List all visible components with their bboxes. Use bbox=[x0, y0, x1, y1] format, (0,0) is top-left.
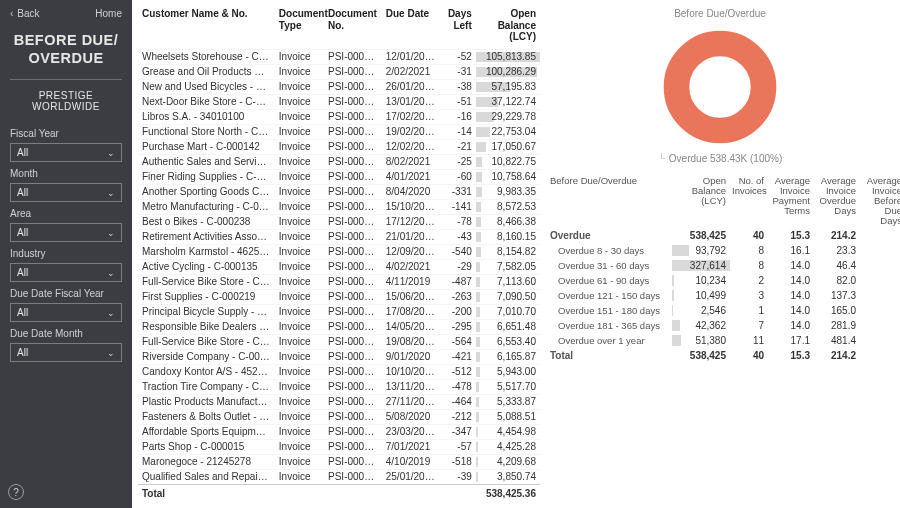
summary-row[interactable]: Overdue 8 - 30 days93,792816.123.3 bbox=[548, 243, 892, 258]
table-row[interactable]: Active Cycling - C-000135InvoicePSI-0002… bbox=[138, 259, 540, 274]
cell-due-date: 4/01/2021 bbox=[382, 169, 440, 184]
sh-overdue-days[interactable]: Average Invoice Overdue Days bbox=[814, 174, 858, 228]
cell-doc-type: Invoice bbox=[275, 124, 324, 139]
cell-customer: Marsholm Karmstol - 46251425 bbox=[138, 244, 275, 259]
table-row[interactable]: Retirement Activities Associati…InvoiceP… bbox=[138, 229, 540, 244]
summary-row[interactable]: Total538,4254015.3214.2 bbox=[548, 348, 892, 363]
sh-balance[interactable]: Open Balance (LCY) bbox=[670, 174, 728, 228]
cell-customer: Riverside Company - C-000141 bbox=[138, 349, 275, 364]
home-button[interactable]: Home bbox=[95, 8, 122, 19]
cell-doc-type: Invoice bbox=[275, 469, 324, 484]
th-open-balance[interactable]: Open Balance (LCY) bbox=[476, 6, 540, 49]
th-doc-no[interactable]: Document No. bbox=[324, 6, 382, 49]
table-row[interactable]: Functional Store North - C-0…InvoicePSI-… bbox=[138, 124, 540, 139]
table-row[interactable]: Qualified Sales and Repair Serv…InvoiceP… bbox=[138, 469, 540, 484]
table-row[interactable]: Affordable Sports Equipment -…InvoicePSI… bbox=[138, 424, 540, 439]
cell-days-left: -14 bbox=[439, 124, 475, 139]
donut-chart[interactable]: └ Overdue 538.43K (100%) bbox=[548, 23, 892, 164]
table-row[interactable]: Marsholm Karmstol - 46251425InvoicePSI-0… bbox=[138, 244, 540, 259]
cell-balance: 10,822.75 bbox=[476, 154, 540, 169]
table-row[interactable]: Plastic Products Manufacturer…InvoicePSI… bbox=[138, 394, 540, 409]
cell-balance: 5,088.51 bbox=[476, 409, 540, 424]
cell-balance: 6,651.48 bbox=[476, 319, 540, 334]
table-row[interactable]: Full-Service Bike Store - C-00…InvoicePS… bbox=[138, 334, 540, 349]
cell-doc-no: PSI-000032 bbox=[324, 364, 382, 379]
filter-select[interactable]: All⌄ bbox=[10, 143, 122, 162]
chart-legend: └ Overdue 538.43K (100%) bbox=[658, 153, 783, 164]
th-due-date[interactable]: Due Date bbox=[382, 6, 440, 49]
table-row[interactable]: Metro Manufacturing - C-000…InvoicePSI-0… bbox=[138, 199, 540, 214]
cell-doc-no: PSI-000261 bbox=[324, 439, 382, 454]
sh-terms[interactable]: Average Invoice Payment Terms bbox=[768, 174, 812, 228]
filter-select[interactable]: All⌄ bbox=[10, 183, 122, 202]
summary-row[interactable]: Overdue 61 - 90 days10,234214.082.0 bbox=[548, 273, 892, 288]
chart-title: Before Due/Overdue bbox=[548, 8, 892, 19]
table-row[interactable]: Finer Riding Supplies - C-000119InvoiceP… bbox=[138, 169, 540, 184]
filter-select[interactable]: All⌄ bbox=[10, 343, 122, 362]
table-row[interactable]: Grease and Oil Products Com…InvoicePSI-0… bbox=[138, 64, 540, 79]
summary-label: Overdue over 1 year bbox=[548, 333, 668, 348]
help-icon[interactable]: ? bbox=[8, 484, 24, 500]
cell-balance: 7,113.60 bbox=[476, 274, 540, 289]
summary-terms: 17.1 bbox=[768, 333, 812, 348]
cell-doc-type: Invoice bbox=[275, 274, 324, 289]
table-row[interactable]: First Supplies - C-000219InvoicePSI-0001… bbox=[138, 289, 540, 304]
summary-row[interactable]: Overdue 31 - 60 days327,614814.046.4 bbox=[548, 258, 892, 273]
table-row[interactable]: Traction Tire Company - C-00…InvoicePSI-… bbox=[138, 379, 540, 394]
summary-invoices: 2 bbox=[730, 273, 766, 288]
sh-invoices[interactable]: No. of Invoices bbox=[730, 174, 766, 228]
filter-select[interactable]: All⌄ bbox=[10, 303, 122, 322]
cell-balance: 5,333.87 bbox=[476, 394, 540, 409]
sh-beforedue-days[interactable]: Average Invoice Before Due Days bbox=[860, 174, 900, 228]
table-row[interactable]: Maronegoce - 21245278InvoicePSI-0000364/… bbox=[138, 454, 540, 469]
cell-days-left: -38 bbox=[439, 79, 475, 94]
th-doc-type[interactable]: Document Type bbox=[275, 6, 324, 49]
summary-row[interactable]: Overdue538,4254015.3214.2 bbox=[548, 228, 892, 243]
cell-balance: 10,758.64 bbox=[476, 169, 540, 184]
table-row[interactable]: Responsible Bike Dealers - C-…InvoicePSI… bbox=[138, 319, 540, 334]
chevron-down-icon: ⌄ bbox=[107, 268, 115, 278]
summary-row[interactable]: Overdue 151 - 180 days2,546114.0165.0 bbox=[548, 303, 892, 318]
table-row[interactable]: Another Sporting Goods Com…InvoicePSI-00… bbox=[138, 184, 540, 199]
filter-select[interactable]: All⌄ bbox=[10, 223, 122, 242]
table-row[interactable]: Candoxy Kontor A/S - 45282828InvoicePSI-… bbox=[138, 364, 540, 379]
table-row[interactable]: Riverside Company - C-000141InvoicePSI-0… bbox=[138, 349, 540, 364]
table-row[interactable]: Next-Door Bike Store - C-000…InvoicePSI-… bbox=[138, 94, 540, 109]
cell-customer: Candoxy Kontor A/S - 45282828 bbox=[138, 364, 275, 379]
table-row[interactable]: Fasteners & Bolts Outlet - C-0…InvoicePS… bbox=[138, 409, 540, 424]
table-row[interactable]: Full-Service Bike Store - C-00…InvoicePS… bbox=[138, 274, 540, 289]
summary-overdue-days: 481.4 bbox=[814, 333, 858, 348]
summary-row[interactable]: Overdue over 1 year51,3801117.1481.4 bbox=[548, 333, 892, 348]
summary-row[interactable]: Overdue 181 - 365 days42,362714.0281.9 bbox=[548, 318, 892, 333]
summary-invoices: 40 bbox=[730, 228, 766, 243]
cell-doc-no: PSI-000132 bbox=[324, 184, 382, 199]
table-row[interactable]: Authentic Sales and Service - …InvoicePS… bbox=[138, 154, 540, 169]
back-button[interactable]: ‹ Back bbox=[10, 8, 40, 19]
filter-select[interactable]: All⌄ bbox=[10, 263, 122, 282]
table-row[interactable]: Libros S.A. - 34010100InvoicePSI-0002801… bbox=[138, 109, 540, 124]
cell-days-left: -16 bbox=[439, 109, 475, 124]
cell-doc-type: Invoice bbox=[275, 394, 324, 409]
table-row[interactable]: Parts Shop - C-000015InvoicePSI-0002617/… bbox=[138, 439, 540, 454]
cell-customer: Retirement Activities Associati… bbox=[138, 229, 275, 244]
table-row[interactable]: New and Used Bicycles - C-0…InvoicePSI-0… bbox=[138, 79, 540, 94]
table-row[interactable]: Principal Bicycle Supply - C-0…InvoicePS… bbox=[138, 304, 540, 319]
table-pane: Customer Name & No. Document Type Docume… bbox=[132, 0, 544, 508]
cell-customer: Purchase Mart - C-000142 bbox=[138, 139, 275, 154]
summary-row[interactable]: Overdue 121 - 150 days10,499314.0137.3 bbox=[548, 288, 892, 303]
th-customer[interactable]: Customer Name & No. bbox=[138, 6, 275, 49]
cell-doc-no: PSI-000018 bbox=[324, 244, 382, 259]
back-label: Back bbox=[17, 8, 39, 19]
table-row[interactable]: Purchase Mart - C-000142InvoicePSI-00027… bbox=[138, 139, 540, 154]
summary-terms: 15.3 bbox=[768, 348, 812, 363]
cell-balance: 9,983.35 bbox=[476, 184, 540, 199]
th-days-left[interactable]: Days Left bbox=[439, 6, 475, 49]
table-row[interactable]: Best o Bikes - C-000238InvoicePSI-000249… bbox=[138, 214, 540, 229]
table-row[interactable]: Wheelsets Storehouse - C-000…InvoicePSI-… bbox=[138, 49, 540, 64]
cell-days-left: -212 bbox=[439, 409, 475, 424]
sh-group[interactable]: Before Due/Overdue bbox=[548, 174, 668, 228]
cell-doc-no: PSI-000280 bbox=[324, 109, 382, 124]
summary-overdue-days: 137.3 bbox=[814, 288, 858, 303]
cell-doc-no: PSI-000275 bbox=[324, 259, 382, 274]
cell-customer: Finer Riding Supplies - C-000119 bbox=[138, 169, 275, 184]
